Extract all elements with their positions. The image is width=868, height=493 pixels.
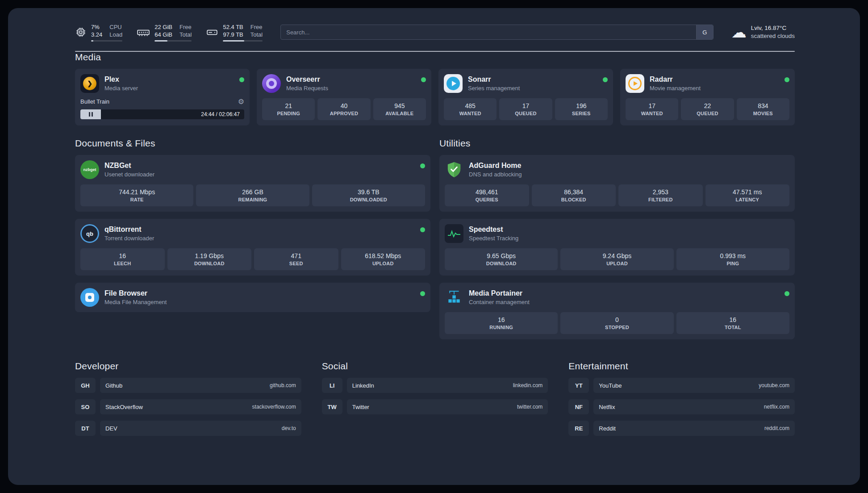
link-url: linkedin.com (513, 382, 543, 389)
status-dot (239, 77, 244, 82)
stat-value: 86,384 (534, 188, 614, 196)
stat-label: QUEUED (683, 110, 732, 117)
plex-card[interactable]: Plex Media server Bullet Train 24:44 / 0… (75, 69, 250, 125)
section-title-social: Social (322, 361, 548, 372)
overseerr-card[interactable]: Overseerr Media Requests 21 PENDING 40 A… (257, 69, 431, 125)
player-progress-bar[interactable]: 24:44 / 02:06:47 (80, 109, 244, 119)
link-url: netflix.com (764, 404, 789, 410)
link-abbr-badge[interactable]: GH (75, 378, 96, 393)
stat-tile: 945 AVAILABLE (373, 98, 426, 120)
section-title-developer: Developer (75, 361, 301, 372)
cpu-usage-bar (91, 40, 122, 42)
adguard-icon (445, 160, 463, 179)
link-dev[interactable]: DEV dev.to (100, 421, 301, 436)
radarr-card[interactable]: Radarr Movie management 17 WANTED 22 QUE… (620, 69, 795, 125)
stat-label: PENDING (264, 110, 313, 117)
ram-metric-body: 22 GiB 64 GiB Free Total (154, 23, 192, 42)
pause-button[interactable] (80, 109, 101, 119)
stat-tile: 0 STOPPED (560, 312, 673, 334)
disk-metric-body: 52.4 TB 97.9 TB Free Total (223, 23, 263, 42)
link-abbr-badge[interactable]: DT (75, 421, 96, 436)
list-item: GH Github github.com (75, 378, 301, 393)
weather-location: Lviv, 16.87°C (751, 24, 795, 32)
stat-tile: 40 APPROVED (317, 98, 370, 120)
gear-icon[interactable] (238, 97, 244, 106)
link-youtube[interactable]: YouTube youtube.com (593, 378, 795, 393)
speedtest-icon (445, 224, 463, 243)
link-stackoverflow[interactable]: StackOverflow stackoverflow.com (100, 399, 301, 414)
filebrowser-card[interactable]: File Browser Media File Management (75, 283, 430, 312)
app-title: AdGuard Home (469, 161, 522, 170)
sonarr-card[interactable]: Sonarr Series management 485 WANTED 17 Q… (438, 69, 613, 125)
ram-icon (137, 26, 150, 38)
link-linkedin[interactable]: LinkedIn linkedin.com (347, 378, 548, 393)
list-item: SO StackOverflow stackoverflow.com (75, 399, 301, 414)
link-abbr-badge[interactable]: SO (75, 399, 96, 414)
link-reddit[interactable]: Reddit reddit.com (593, 421, 795, 436)
stat-label: RUNNING (447, 324, 556, 331)
stat-value: 17 (501, 102, 550, 110)
utilities-column: Utilities AdGuard Home (439, 138, 795, 339)
stat-value: 834 (739, 102, 788, 110)
stat-label: PING (678, 260, 788, 267)
stat-label: QUERIES (447, 196, 527, 203)
stat-value: 471 (256, 252, 337, 260)
ram-total-value: 64 GiB (154, 31, 172, 38)
stat-label: LATENCY (707, 196, 788, 203)
link-abbr-badge[interactable]: NF (568, 399, 589, 414)
weather-condition: scattered clouds (751, 32, 795, 40)
disk-free-value: 52.4 TB (223, 23, 243, 31)
app-title: NZBGet (104, 161, 154, 170)
link-name: LinkedIn (352, 382, 374, 389)
link-abbr-badge[interactable]: YT (568, 378, 589, 393)
stat-value: 9.24 Gbps (562, 252, 672, 260)
app-subtitle: Series management (468, 84, 520, 92)
app-title: Overseerr (286, 75, 328, 84)
stat-label: UPLOAD (562, 260, 672, 267)
search-input[interactable] (281, 25, 696, 39)
link-abbr-badge[interactable]: LI (322, 378, 342, 393)
cpu-metric-body: 7% 3.24 CPU Load (91, 23, 122, 42)
stat-value: 39.6 TB (314, 188, 423, 196)
link-netflix[interactable]: Netflix netflix.com (593, 399, 795, 414)
cpu-load-label: Load (109, 31, 122, 38)
speedtest-card[interactable]: Speedtest Speedtest Tracking 9.65 Gbps D… (439, 219, 795, 276)
app-subtitle: Media Requests (286, 84, 328, 92)
stat-label: BLOCKED (534, 196, 614, 203)
cpu-icon (75, 26, 87, 38)
stat-label: FILTERED (620, 196, 701, 203)
qbittorrent-card[interactable]: qb qBittorrent Torrent downloader 16 LEE… (75, 219, 430, 276)
stat-label: WANTED (627, 110, 676, 117)
stat-label: STOPPED (562, 324, 672, 331)
qbittorrent-icon: qb (80, 224, 99, 243)
portainer-icon (445, 288, 463, 307)
app-subtitle: Speedtest Tracking (469, 234, 518, 242)
link-twitter[interactable]: Twitter twitter.com (347, 399, 548, 414)
link-github[interactable]: Github github.com (100, 378, 301, 393)
link-url: stackoverflow.com (252, 404, 296, 410)
link-url: dev.to (282, 425, 296, 431)
stat-label: QUEUED (501, 110, 550, 117)
stat-label: AVAILABLE (375, 110, 424, 117)
stat-tile: 16 LEECH (80, 248, 165, 270)
search-engine-button[interactable]: G (696, 25, 713, 39)
app-title: Sonarr (468, 75, 520, 84)
media-card-grid: Plex Media server Bullet Train 24:44 / 0… (75, 69, 795, 125)
stat-value: 17 (627, 102, 676, 110)
stat-tile: 16 TOTAL (676, 312, 789, 334)
nzbget-icon: nzbget (80, 160, 99, 179)
ram-free-label: Free (179, 23, 192, 31)
link-abbr-badge[interactable]: RE (568, 421, 589, 436)
stat-tile: 196 SERIES (555, 98, 608, 120)
stat-value: 21 (264, 102, 313, 110)
app-subtitle: DNS and adblocking (469, 171, 522, 178)
status-dot (785, 77, 789, 82)
adguard-card[interactable]: AdGuard Home DNS and adblocking 498,461 … (439, 155, 795, 212)
link-abbr-badge[interactable]: TW (322, 399, 342, 414)
section-title-media: Media (75, 52, 795, 63)
topbar-divider (75, 51, 795, 52)
qbittorrent-icon-text: qb (86, 230, 93, 237)
nzbget-card[interactable]: nzbget NZBGet Usenet downloader 744.21 M… (75, 155, 430, 212)
portainer-card[interactable]: Media Portainer Container management 16 … (439, 283, 795, 339)
stat-label: MOVIES (739, 110, 788, 117)
